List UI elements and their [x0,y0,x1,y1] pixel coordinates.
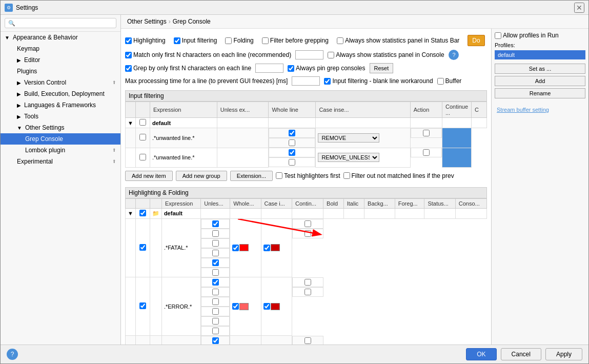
italic-cell [343,208,364,218]
whole-cell2 [201,287,230,297]
fg-color-box[interactable] [271,303,280,310]
expand-cell2 [126,277,136,336]
sidebar-item-languages[interactable]: ▶ Languages & Frameworks [1,99,120,111]
settings-window: ⚙ Settings ✕ ▼ Appearance & Behavior Key… [0,0,589,364]
status-cell [292,219,323,229]
grep-first-n-checkbox[interactable]: Grep by only first N characters on each … [125,65,251,72]
always-show-console-checkbox[interactable]: Always show statistics panel in Console [328,51,444,58]
close-button[interactable]: ✕ [574,3,584,13]
extension-btn[interactable]: Extension... [230,171,273,181]
col-continue: Continue ... [442,102,471,118]
sidebar-item-editor[interactable]: ▶ Editor [1,54,120,66]
question-button[interactable]: ? [449,50,459,60]
sidebar-item-tools[interactable]: ▶ Tools [1,111,120,122]
fg-cell [261,277,292,336]
expr-cell2: .*ERROR.* [161,277,200,336]
action-select[interactable]: REMOVE [318,133,379,143]
help-button[interactable]: ? [7,349,18,360]
contin-cell [292,208,323,218]
search-input[interactable] [5,18,116,28]
sidebar-item-label: Version Control [24,79,66,86]
bg-cell[interactable] [230,218,261,277]
rename-btn[interactable]: Rename [495,88,585,98]
settings-panel: Highlighting Input filtering Folding [121,29,491,345]
bottom-right-buttons: OK Cancel Apply [466,348,582,360]
always-show-stats-checkbox[interactable]: Always show statistics panel in Status B… [337,37,459,44]
sidebar-item-experimental[interactable]: Experimental ⬆ [1,156,120,167]
conso-cell [292,287,323,297]
expand-icon[interactable]: ▼ [128,120,133,126]
sidebar-item-version-control[interactable]: ▶ Version Control ⬆ [1,77,120,88]
highlighting-checkbox[interactable]: Highlighting [125,37,166,44]
content-with-profiles: Highlighting Input filtering Folding [121,29,588,345]
sidebar-item-lombok[interactable]: Lombok plugin ⬆ [1,145,120,156]
apply-button[interactable]: Apply [545,348,582,360]
ok-button[interactable]: OK [466,348,496,360]
match-first-n-input[interactable]: 120 [295,50,323,59]
expr-cell2: .*FATAL.* [161,218,200,277]
check-cell2 [135,277,150,336]
sidebar-item-grep-console[interactable]: Grep Console [1,133,120,145]
col-expand [126,102,136,118]
col-italic: Italic [343,198,364,208]
action-select2[interactable]: REMOVE_UNLESS_PREVIO... [318,153,379,162]
col-expr2: Expression [161,198,200,208]
expression-cell: .*unwanted line.* [150,148,217,167]
test-highlighters-checkbox[interactable]: Test highlighters first [276,171,340,181]
sidebar-item-label: Plugins [17,68,37,75]
do-button[interactable]: Do [468,35,484,46]
fg-color-box[interactable] [271,244,280,251]
add-new-item-btn-1[interactable]: Add new item [125,171,173,181]
col-case: Case inse... [316,102,410,118]
update-icon: ⬆ [112,148,116,153]
c-cell [442,148,471,167]
expand-arrow: ▶ [17,57,21,63]
always-pin-checkbox[interactable]: Always pin grep consoles [288,65,365,72]
check-cell [136,128,150,148]
sidebar-item-appearance[interactable]: ▼ Appearance & Behavior [1,32,120,43]
expand-cell [126,128,136,148]
buffer-checkbox[interactable]: Buffer [437,77,462,85]
bottom-bar: ? OK Cancel Apply [1,345,588,363]
grep-first-n-input[interactable]: 1000 [255,64,283,73]
expand-icon2[interactable]: ▼ [128,210,133,216]
sidebar-item-label: Grep Console [25,135,63,143]
sidebar-item-build[interactable]: ▶ Build, Execution, Deployment [1,88,120,99]
bg-color-box[interactable] [239,244,249,251]
main-content: ▼ Appearance & Behavior Keymap ▶ Editor … [1,15,588,345]
highlighting-table-wrapper: Expression Unles... Whole... Case i... C… [125,198,487,345]
cancel-button[interactable]: Cancel [501,348,541,360]
col-bg: Backg... [364,198,395,208]
sidebar-item-plugins[interactable]: Plugins [1,66,120,77]
allow-profiles-checkbox[interactable]: Allow profiles in Run [495,32,585,39]
folding-checkbox[interactable]: Folding [225,37,253,44]
add-new-group-btn-1[interactable]: Add new group [176,171,227,181]
col-check2 [135,198,150,208]
bg-color-box[interactable] [239,303,249,310]
reset-button[interactable]: Reset [370,63,394,73]
profile-item-default[interactable]: default [495,50,585,59]
sidebar-item-other-settings[interactable]: ▼ Other Settings [1,122,120,133]
bold-cell [201,258,230,268]
bg-cell[interactable] [230,277,261,336]
filter-before-grepping-checkbox[interactable]: Filter before grepping [262,37,329,44]
case-cell2 [201,297,230,307]
input-filtering-checkbox[interactable]: Input filtering [174,37,217,44]
col-expand2 [126,198,136,208]
continue-cell [411,128,442,138]
c-cell [472,118,487,128]
max-processing-input[interactable]: 1000 [292,76,320,86]
add-profile-btn[interactable]: Add [495,76,585,86]
set-as-btn[interactable]: Set as ... [495,64,585,74]
unless-cell2 [201,336,230,345]
bg-cell[interactable] [230,336,261,345]
match-first-n-checkbox[interactable]: Match only first N characters on each li… [125,51,291,58]
input-filtering-blank-checkbox[interactable]: Input filtering - blank line workaround [324,77,433,85]
check-cell [136,148,150,167]
filter-out-checkbox[interactable]: Filter out not matched lines if the prev [343,171,454,181]
expand-cell [126,148,136,167]
table-row: .*unwanted line.* REMOVE [126,128,487,148]
expand-arrow: ▶ [17,80,21,86]
col-contin: Contin... [292,198,323,208]
sidebar-item-keymap[interactable]: Keymap [1,43,120,54]
